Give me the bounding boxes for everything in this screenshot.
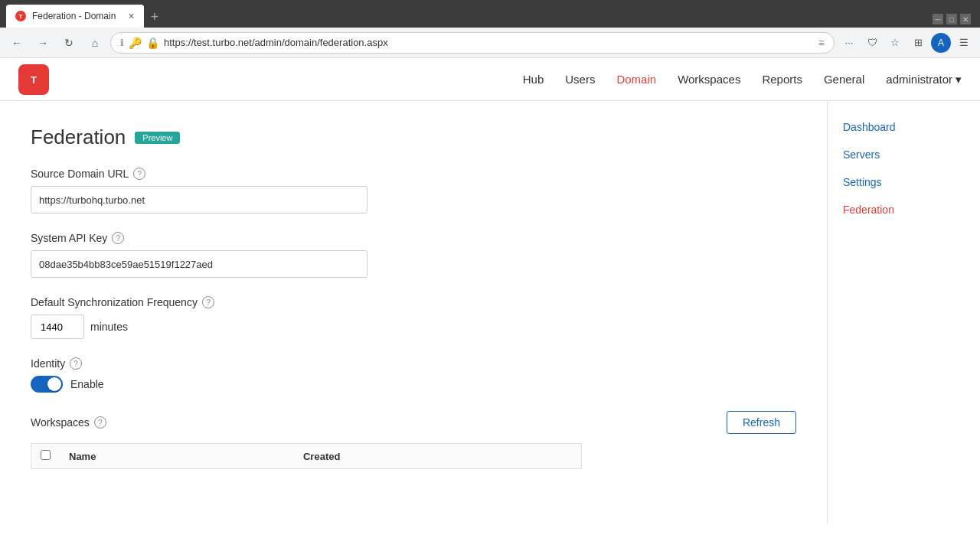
sidebar-item-dashboard[interactable]: Dashboard (828, 113, 980, 141)
source-domain-help-icon[interactable]: ? (133, 168, 145, 180)
sync-freq-input[interactable] (31, 315, 84, 339)
col-name-header: Name (60, 444, 294, 469)
address-bar: ← → ↻ ⌂ ℹ 🔑 🔒 https://test.turbo.net/adm… (0, 28, 980, 58)
preview-badge: Preview (135, 132, 180, 144)
nav-workspaces[interactable]: Workspaces (678, 73, 740, 86)
api-key-help-icon[interactable]: ? (112, 232, 124, 244)
admin-chevron: ▾ (956, 73, 962, 86)
refresh-button[interactable]: ↻ (58, 32, 80, 54)
sync-freq-group: Default Synchronization Frequency ? minu… (31, 296, 796, 339)
nav-reports[interactable]: Reports (762, 73, 802, 86)
nav-links: Hub Users Domain Workspaces Reports Gene… (523, 73, 962, 86)
new-tab-button[interactable]: + (144, 6, 165, 28)
tab-bar: T Federation - Domain ✕ + ─ □ ✕ (0, 0, 980, 28)
api-key-input[interactable] (31, 250, 368, 278)
sync-freq-unit: minutes (90, 321, 128, 333)
identity-toggle-wrapper: Enable (31, 376, 796, 393)
profile-avatar[interactable]: A (931, 33, 951, 53)
sync-freq-row: minutes (31, 315, 796, 339)
reader-icon: ≡ (818, 37, 825, 49)
main-layout: Federation Preview Source Domain URL ? S… (0, 101, 980, 523)
lock-icon: 🔑 (129, 37, 142, 49)
minimize-button[interactable]: ─ (933, 14, 943, 24)
workspaces-help-icon[interactable]: ? (94, 416, 106, 429)
admin-label: administrator (886, 73, 952, 86)
maximize-button[interactable]: □ (946, 14, 957, 24)
app-navigation: T Hub Users Domain Workspaces Reports Ge… (0, 58, 980, 101)
close-window-button[interactable]: ✕ (960, 14, 971, 24)
active-tab[interactable]: T Federation - Domain ✕ (6, 5, 144, 28)
select-all-checkbox[interactable] (41, 450, 51, 460)
source-domain-group: Source Domain URL ? (31, 168, 796, 214)
shield-button[interactable]: 🛡 (862, 33, 882, 53)
page-title-text: Federation (31, 126, 126, 149)
browser-toolbar-icons: ··· 🛡 ☆ ⊞ A ☰ (839, 33, 974, 53)
profile-initial: A (938, 37, 944, 48)
tab-favicon: T (15, 11, 26, 21)
nav-domain[interactable]: Domain (616, 73, 656, 86)
col-checkbox (31, 444, 60, 469)
page-title: Federation Preview (31, 126, 796, 149)
bookmark-button[interactable]: ☆ (885, 33, 905, 53)
nav-general[interactable]: General (824, 73, 864, 86)
info-icon: ℹ (120, 37, 124, 48)
api-key-group: System API Key ? (31, 232, 796, 278)
nav-users[interactable]: Users (565, 73, 595, 86)
col-created-header: Created (294, 444, 582, 469)
tab-close-button[interactable]: ✕ (128, 11, 135, 21)
source-domain-label: Source Domain URL ? (31, 168, 796, 180)
domain-sidebar: Dashboard Servers Settings Federation (827, 101, 980, 523)
app-logo: T (18, 64, 49, 95)
svg-text:T: T (19, 13, 23, 20)
more-tools-button[interactable]: ··· (839, 33, 859, 53)
home-button[interactable]: ⌂ (84, 32, 106, 54)
identity-toggle-label: Enable (70, 378, 104, 390)
sidebar-item-servers[interactable]: Servers (828, 141, 980, 168)
svg-text:T: T (31, 74, 37, 86)
sidebar-item-settings[interactable]: Settings (828, 168, 980, 196)
back-button[interactable]: ← (6, 32, 28, 54)
refresh-button[interactable]: Refresh (727, 411, 796, 434)
identity-toggle[interactable] (31, 376, 63, 393)
api-key-label: System API Key ? (31, 232, 796, 244)
nav-admin[interactable]: administrator ▾ (886, 73, 962, 86)
menu-button[interactable]: ☰ (954, 33, 974, 53)
sync-freq-label: Default Synchronization Frequency ? (31, 296, 796, 308)
sidebar-item-federation[interactable]: Federation (828, 196, 980, 223)
sync-freq-help-icon[interactable]: ? (202, 296, 214, 308)
extensions-button[interactable]: ⊞ (908, 33, 928, 53)
toggle-knob (47, 377, 61, 391)
url-text: https://test.turbo.net/admin/domain/fede… (164, 37, 388, 48)
nav-hub[interactable]: Hub (523, 73, 544, 86)
identity-help-icon[interactable]: ? (70, 357, 82, 370)
source-domain-input[interactable] (31, 186, 368, 214)
workspaces-label: Workspaces ? (31, 416, 106, 429)
secure-icon: 🔒 (146, 37, 159, 49)
identity-label: Identity ? (31, 357, 796, 370)
workspaces-header: Workspaces ? Refresh (31, 411, 796, 434)
workspaces-group: Workspaces ? Refresh Name Created (31, 411, 796, 469)
tab-title: Federation - Domain (32, 11, 116, 21)
forward-button[interactable]: → (32, 32, 54, 54)
table-header-row: Name Created (31, 444, 582, 469)
identity-group: Identity ? Enable (31, 357, 796, 393)
workspaces-table: Name Created (31, 443, 582, 469)
url-bar[interactable]: ℹ 🔑 🔒 https://test.turbo.net/admin/domai… (110, 32, 835, 54)
content-area: Federation Preview Source Domain URL ? S… (0, 101, 827, 523)
